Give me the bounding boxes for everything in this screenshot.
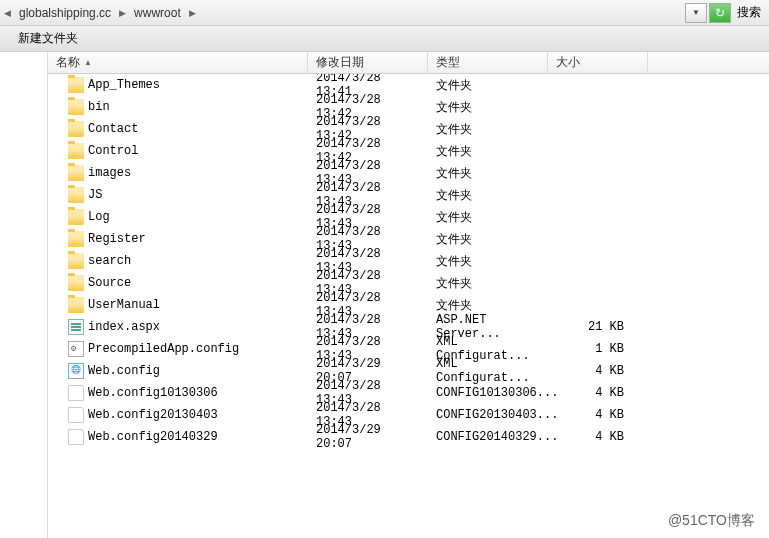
chevron-down-icon: ▼ xyxy=(692,8,700,17)
file-name: Web.config20130403 xyxy=(88,408,218,422)
file-size-cell: 1 KB xyxy=(548,342,648,356)
address-toolbar: ◀ globalshipping.cc ▶ wwwroot ▶ ▼ ↻ 搜索 xyxy=(0,0,769,26)
file-name-cell: Web.config20140329 xyxy=(48,429,308,445)
file-name: Log xyxy=(88,210,110,224)
file-size-cell: 4 KB xyxy=(548,408,648,422)
column-headers: 名称 ▲ 修改日期 类型 大小 xyxy=(48,52,769,74)
file-name-cell: images xyxy=(48,165,308,181)
file-type-cell: 文件夹 xyxy=(428,99,548,116)
column-header-type[interactable]: 类型 xyxy=(428,52,548,73)
file-type-cell: 文件夹 xyxy=(428,121,548,138)
file-type-cell: XML Configurat... xyxy=(428,357,548,385)
file-type-cell: 文件夹 xyxy=(428,209,548,226)
file-name-cell: Control xyxy=(48,143,308,159)
folder-icon xyxy=(68,297,84,313)
chevron-left-icon: ◀ xyxy=(4,8,11,18)
folder-icon xyxy=(68,275,84,291)
folder-icon xyxy=(68,165,84,181)
folder-icon xyxy=(68,187,84,203)
file-row[interactable]: Web.config20140329 2014/3/29 20:07 CONFI… xyxy=(48,426,769,448)
refresh-icon: ↻ xyxy=(715,6,725,20)
file-name: bin xyxy=(88,100,110,114)
file-type-cell: 文件夹 xyxy=(428,231,548,248)
file-type-cell: 文件夹 xyxy=(428,187,548,204)
history-dropdown-button[interactable]: ▼ xyxy=(685,3,707,23)
watermark: @51CTO博客 xyxy=(668,512,755,530)
file-type-cell: 文件夹 xyxy=(428,143,548,160)
header-label: 名称 xyxy=(56,54,80,71)
file-name: Control xyxy=(88,144,138,158)
file-type-cell: 文件夹 xyxy=(428,275,548,292)
chevron-right-icon: ▶ xyxy=(189,8,196,18)
file-icon xyxy=(68,407,84,423)
file-name-cell: Web.config xyxy=(48,363,308,379)
folder-icon xyxy=(68,253,84,269)
navigation-pane[interactable] xyxy=(0,52,48,538)
new-folder-button[interactable]: 新建文件夹 xyxy=(8,28,88,49)
file-name: images xyxy=(88,166,131,180)
folder-icon xyxy=(68,143,84,159)
folder-icon xyxy=(68,121,84,137)
file-name: JS xyxy=(88,188,102,202)
file-name: index.aspx xyxy=(88,320,160,334)
file-list: 名称 ▲ 修改日期 类型 大小 App_Themes 2014/3/28 13:… xyxy=(48,52,769,538)
column-header-date[interactable]: 修改日期 xyxy=(308,52,428,73)
file-name: Web.config20140329 xyxy=(88,430,218,444)
file-name-cell: bin xyxy=(48,99,308,115)
file-name: UserManual xyxy=(88,298,160,312)
folder-icon xyxy=(68,209,84,225)
folder-icon xyxy=(68,231,84,247)
file-name: App_Themes xyxy=(88,78,160,92)
file-type-cell: 文件夹 xyxy=(428,165,548,182)
column-header-size[interactable]: 大小 xyxy=(548,52,648,73)
file-type-cell: CONFIG10130306... xyxy=(428,386,548,400)
sort-ascending-icon: ▲ xyxy=(84,58,92,67)
file-name-cell: Register xyxy=(48,231,308,247)
folder-icon xyxy=(68,77,84,93)
file-size-cell: 4 KB xyxy=(548,364,648,378)
file-name-cell: PrecompiledApp.config xyxy=(48,341,308,357)
file-name: PrecompiledApp.config xyxy=(88,342,239,356)
file-icon xyxy=(68,429,84,445)
aspx-icon xyxy=(68,319,84,335)
tree-root[interactable] xyxy=(0,52,47,70)
file-name: Web.config xyxy=(88,364,160,378)
search-label[interactable]: 搜索 xyxy=(733,4,765,21)
file-name-cell: Source xyxy=(48,275,308,291)
folder-icon xyxy=(68,99,84,115)
file-size-cell: 21 KB xyxy=(548,320,648,334)
breadcrumb[interactable]: ◀ globalshipping.cc ▶ wwwroot ▶ xyxy=(4,4,685,22)
file-name: Web.config10130306 xyxy=(88,386,218,400)
file-name-cell: JS xyxy=(48,187,308,203)
refresh-button[interactable]: ↻ xyxy=(709,3,731,23)
file-type-cell: CONFIG20140329... xyxy=(428,430,548,444)
file-name-cell: UserManual xyxy=(48,297,308,313)
file-type-cell: 文件夹 xyxy=(428,253,548,270)
file-date-cell: 2014/3/29 20:07 xyxy=(308,423,428,451)
file-rows: App_Themes 2014/3/28 13:41 文件夹 bin 2014/… xyxy=(48,74,769,538)
file-type-cell: 文件夹 xyxy=(428,77,548,94)
file-name-cell: App_Themes xyxy=(48,77,308,93)
file-name-cell: index.aspx xyxy=(48,319,308,335)
config-icon xyxy=(68,341,84,357)
file-name-cell: Web.config20130403 xyxy=(48,407,308,423)
file-name-cell: Log xyxy=(48,209,308,225)
file-name: search xyxy=(88,254,131,268)
file-type-cell: 文件夹 xyxy=(428,297,548,314)
file-name: Register xyxy=(88,232,146,246)
breadcrumb-item[interactable]: wwwroot xyxy=(130,4,185,22)
file-size-cell: 4 KB xyxy=(548,430,648,444)
chevron-right-icon: ▶ xyxy=(119,8,126,18)
file-name-cell: Contact xyxy=(48,121,308,137)
file-name-cell: search xyxy=(48,253,308,269)
file-name: Source xyxy=(88,276,131,290)
webconfig-icon xyxy=(68,363,84,379)
column-header-name[interactable]: 名称 ▲ xyxy=(48,52,308,73)
toolbar-right: ▼ ↻ 搜索 xyxy=(685,3,765,23)
file-size-cell: 4 KB xyxy=(548,386,648,400)
breadcrumb-item[interactable]: globalshipping.cc xyxy=(15,4,115,22)
file-name: Contact xyxy=(88,122,138,136)
file-type-cell: CONFIG20130403... xyxy=(428,408,548,422)
command-toolbar: 新建文件夹 xyxy=(0,26,769,52)
file-name-cell: Web.config10130306 xyxy=(48,385,308,401)
